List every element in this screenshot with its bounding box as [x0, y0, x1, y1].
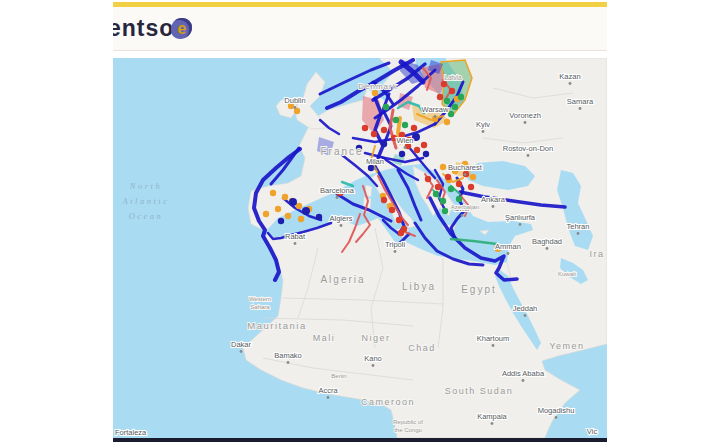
city-label: Şanlıurfa	[505, 213, 536, 222]
country-label: Cameroon	[361, 397, 415, 407]
map-dot	[383, 104, 389, 110]
map-dot	[371, 131, 377, 137]
ocean-label: Ocean	[129, 211, 164, 221]
city-label: Tripoli	[385, 240, 405, 249]
map-dot	[316, 214, 322, 220]
city-marker-dot	[555, 416, 558, 419]
map-bottom-bar	[113, 438, 607, 442]
city-label: Tehran	[567, 222, 590, 231]
country-label: Republic of	[393, 419, 423, 425]
city-label: Samara	[567, 97, 594, 106]
map-dot	[444, 98, 450, 104]
header-map-gap	[113, 51, 607, 58]
map-dot	[456, 181, 462, 187]
city-marker-dot	[394, 250, 397, 253]
map-dot	[278, 218, 284, 224]
logo-badge-letter: e	[177, 20, 186, 38]
city-label: Ankara	[481, 195, 506, 204]
map-dot	[282, 194, 288, 200]
city-marker-dot	[404, 146, 407, 149]
city-label: Mogadishu	[538, 406, 575, 415]
map-dot	[362, 125, 368, 131]
logo-text: entso	[113, 15, 174, 42]
map-dot	[414, 147, 420, 153]
map-dot	[421, 142, 427, 148]
city-marker-dot	[482, 130, 485, 133]
map-dot	[442, 208, 448, 214]
city-marker-dot	[519, 223, 522, 226]
city-marker-dot	[527, 154, 530, 157]
city-label: Jeddah	[513, 304, 538, 313]
country-label: Chad	[408, 343, 436, 353]
map-dot	[458, 94, 464, 100]
map-dot	[441, 81, 447, 87]
map-dot	[393, 117, 399, 123]
map-dot	[425, 176, 431, 182]
city-label: Kyiv	[476, 120, 490, 129]
city-marker-dot	[491, 422, 494, 425]
ocean-label: North	[129, 181, 162, 191]
city-marker-dot	[340, 224, 343, 227]
map-dot	[448, 186, 454, 192]
city-label: Bucharest	[448, 163, 483, 172]
country-label: Yemen	[549, 341, 584, 351]
city-marker-dot	[522, 379, 525, 382]
city-marker-dot	[524, 121, 527, 124]
city-marker-dot	[294, 242, 297, 245]
city-label: Khartoum	[477, 334, 510, 343]
country-label: France	[320, 146, 363, 157]
map-dot	[456, 196, 462, 202]
city-label: Kampala	[477, 412, 507, 421]
city-label: Accra	[318, 386, 338, 395]
city-label: Rabat	[285, 232, 306, 241]
city-marker-dot	[546, 247, 549, 250]
map-dot	[399, 151, 405, 157]
city-label: Kazan	[559, 72, 580, 81]
city-label: Barcelona	[320, 186, 355, 195]
city-label: Fortaleza	[115, 428, 147, 437]
map-dot	[270, 190, 276, 196]
map-dot	[289, 198, 297, 206]
city-label: Warsaw	[422, 105, 449, 114]
grid-map-svg[interactable]: DublinWarsawKyivKazanSamaraVoronezhRosto…	[113, 58, 607, 438]
entsoe-logo[interactable]: entso e	[113, 15, 192, 42]
map-dot	[285, 213, 291, 219]
map-dot	[381, 141, 387, 147]
city-marker-dot	[577, 232, 580, 235]
country-label: Latvia	[444, 74, 462, 81]
city-label: Vic	[587, 427, 598, 436]
map-dot	[298, 216, 304, 222]
map-dot	[444, 119, 450, 125]
country-label: Sahara	[250, 304, 270, 310]
map-container[interactable]: DublinWarsawKyivKazanSamaraVoronezhRosto…	[113, 58, 607, 438]
map-dot	[402, 122, 408, 128]
map-dot	[449, 88, 455, 94]
map-dot	[423, 151, 429, 157]
country-label: Ira	[589, 249, 604, 259]
map-dot	[381, 197, 387, 203]
map-dot	[433, 191, 439, 197]
map-dot	[302, 207, 310, 215]
map-dot	[452, 104, 458, 110]
country-label: Algeria	[320, 274, 365, 285]
country-label: the Congo	[394, 427, 422, 433]
city-label: Baghdad	[532, 237, 562, 246]
city-label: Wien	[396, 136, 413, 145]
city-marker-dot	[372, 364, 375, 367]
city-marker-dot	[579, 107, 582, 110]
map-dot	[468, 184, 474, 190]
country-label: Mauritania	[247, 320, 306, 331]
city-marker-dot	[507, 252, 510, 255]
city-marker-dot	[327, 396, 330, 399]
country-label: Azerbaijan	[451, 204, 479, 210]
city-label: Kano	[364, 354, 382, 363]
country-label: Western	[249, 296, 271, 302]
map-dot	[448, 111, 454, 117]
map-dot	[440, 198, 446, 204]
city-label: Dakar	[231, 340, 252, 349]
map-dot	[470, 174, 476, 180]
country-label: South Sudan	[445, 386, 514, 396]
map-dot	[381, 127, 387, 133]
content-column: entso e	[113, 2, 607, 442]
map-dot	[396, 217, 402, 223]
